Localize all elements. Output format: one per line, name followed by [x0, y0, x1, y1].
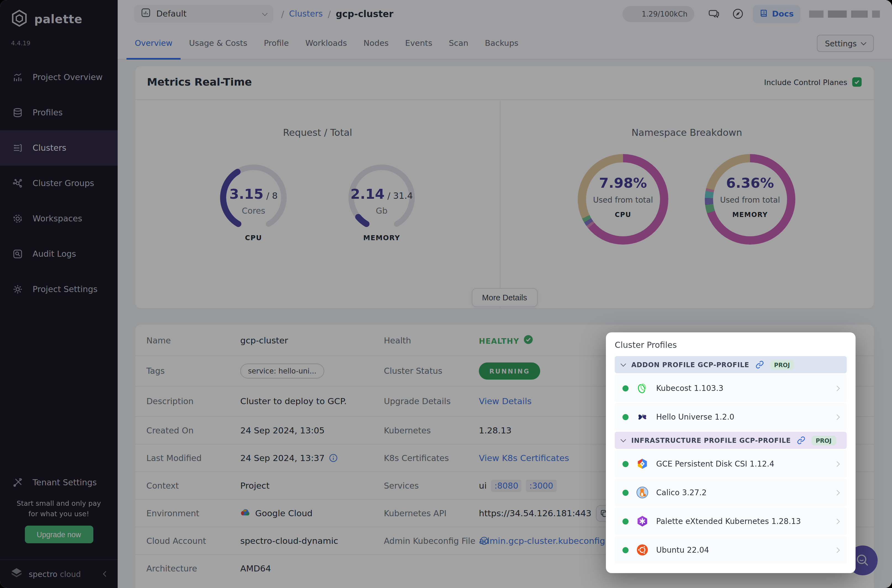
- hello-universe-logo-icon: [636, 410, 649, 423]
- palette-app: palette 4.4.19 Project Overview: [0, 0, 892, 588]
- layer-name: GCE Persistent Disk CSI 1.12.4: [656, 459, 774, 468]
- chevron-right-icon: [834, 386, 840, 391]
- proj-scope-badge: PROJ: [770, 360, 794, 370]
- chevron-down-icon: [620, 437, 626, 442]
- layer-name: Hello Universe 1.2.0: [656, 412, 734, 421]
- pxk-logo-icon: [636, 514, 649, 528]
- status-dot: [622, 461, 629, 467]
- status-dot: [622, 489, 629, 495]
- infrastructure-profile-header[interactable]: INFRASTRUCTURE PROFILE GCP-PROFILE PROJ: [615, 432, 847, 449]
- chevron-right-icon: [834, 414, 840, 420]
- infrastructure-profile-title: INFRASTRUCTURE PROFILE GCP-PROFILE: [631, 436, 791, 444]
- status-dot: [622, 414, 629, 420]
- addon-profile-title: ADDON PROFILE GCP-PROFILE: [631, 361, 749, 369]
- chevron-down-icon: [620, 361, 626, 367]
- profile-layer-ubuntu[interactable]: Ubuntu 22.04: [615, 536, 847, 564]
- layer-name: Calico 3.27.2: [656, 488, 707, 497]
- addon-profile-header[interactable]: ADDON PROFILE GCP-PROFILE PROJ: [615, 356, 847, 373]
- layer-name: Ubuntu 22.04: [656, 546, 709, 554]
- status-dot: [622, 547, 629, 553]
- link-icon: [797, 436, 805, 444]
- chevron-right-icon: [834, 547, 840, 553]
- proj-scope-badge: PROJ: [811, 435, 836, 445]
- profile-layer-kubecost[interactable]: Kubecost 1.103.3: [615, 374, 847, 402]
- link-icon: [755, 360, 764, 369]
- ubuntu-logo-icon: [636, 543, 649, 556]
- panel-title: Cluster Profiles: [615, 340, 847, 350]
- layer-name: Kubecost 1.103.3: [656, 384, 724, 393]
- chevron-right-icon: [834, 518, 840, 524]
- gce-persistent-disk-logo-icon: [636, 457, 649, 470]
- profile-layer-gce-pd-csi[interactable]: GCE Persistent Disk CSI 1.12.4: [615, 450, 847, 478]
- calico-logo-icon: [636, 486, 649, 499]
- profile-layer-palette-extended-kubernetes[interactable]: Palette eXtended Kubernetes 1.28.13: [615, 507, 847, 535]
- kubecost-logo-icon: [636, 381, 649, 395]
- chevron-right-icon: [834, 490, 840, 495]
- status-dot: [622, 385, 629, 391]
- profile-layer-calico[interactable]: Calico 3.27.2: [615, 478, 847, 506]
- chevron-right-icon: [834, 461, 840, 466]
- cluster-profiles-panel: Cluster Profiles ADDON PROFILE GCP-PROFI…: [606, 332, 856, 573]
- layer-name: Palette eXtended Kubernetes 1.28.13: [656, 517, 801, 526]
- profile-layer-hello-universe[interactable]: Hello Universe 1.2.0: [615, 403, 847, 430]
- status-dot: [622, 518, 629, 524]
